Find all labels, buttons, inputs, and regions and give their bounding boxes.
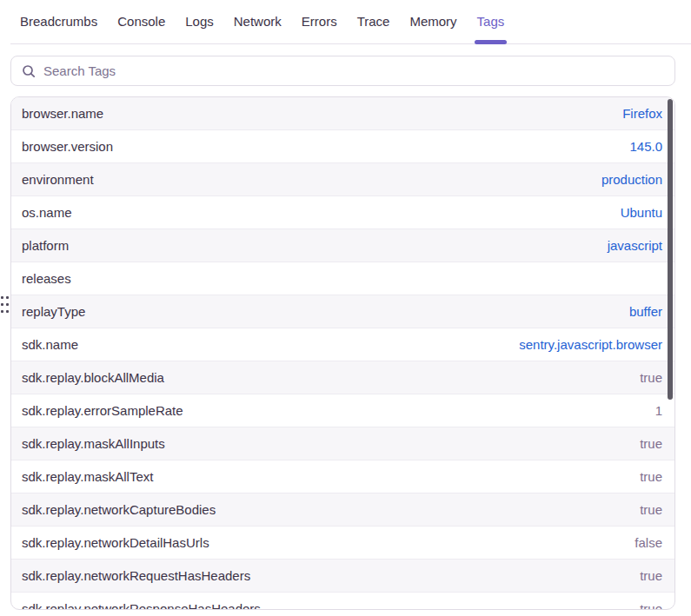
table-row: platformjavascript [11,229,674,262]
table-row: sdk.replay.errorSampleRate1 [11,394,674,427]
tag-value: false [635,535,662,550]
tag-key: sdk.name [22,337,78,352]
tags-table-rows: browser.nameFirefoxbrowser.version145.0e… [11,97,674,610]
tag-value: true [640,568,662,583]
tag-value: 1 [655,403,662,418]
tag-key: sdk.replay.networkResponseHasHeaders [22,601,261,610]
tag-key: environment [22,172,94,187]
grip-dots-icon [1,310,3,313]
table-row: sdk.replay.maskAllTexttrue [11,460,674,493]
tab-logs[interactable]: Logs [185,14,214,30]
tag-value: true [640,436,662,451]
tag-key: sdk.replay.networkRequestHasHeaders [22,568,250,583]
tag-value: true [640,370,662,385]
tab-errors[interactable]: Errors [302,14,337,30]
tag-key: sdk.replay.networkCaptureBodies [22,502,216,517]
grip-dots-icon [6,310,9,313]
tag-key: browser.name [22,106,103,121]
tag-value-link[interactable]: javascript [608,238,662,253]
tag-value-link[interactable]: sentry.javascript.browser [519,337,662,352]
tag-value-link[interactable]: Ubuntu [621,205,662,220]
tag-value: true [640,502,662,517]
table-row: sdk.namesentry.javascript.browser [11,328,674,361]
tab-breadcrumbs[interactable]: Breadcrumbs [20,14,97,30]
tag-value: true [640,601,662,610]
table-row: environmentproduction [11,163,674,196]
tab-network[interactable]: Network [234,14,282,30]
table-row: releases [11,262,674,295]
grip-dots-icon [6,296,9,299]
tag-key: replayType [22,304,85,319]
grip-dots-icon [1,296,3,299]
grip-dots-icon [6,303,9,306]
tag-key: sdk.replay.networkDetailHasUrls [22,535,209,550]
tags-table: browser.nameFirefoxbrowser.version145.0e… [10,96,675,610]
active-tab-indicator [475,40,508,44]
tab-tags[interactable]: Tags [477,14,505,30]
table-row: sdk.replay.blockAllMediatrue [11,361,674,394]
tag-key: sdk.replay.blockAllMedia [22,370,164,385]
tag-key: sdk.replay.maskAllText [22,469,153,484]
table-row: os.nameUbuntu [11,196,674,229]
search-input[interactable] [43,63,664,78]
tag-key: sdk.replay.errorSampleRate [22,403,183,418]
tag-value-link[interactable]: production [601,172,662,187]
tag-value-link[interactable]: Firefox [622,106,662,121]
table-row: sdk.replay.networkDetailHasUrlsfalse [11,527,674,560]
details-tab-bar: BreadcrumbsConsoleLogsNetworkErrorsTrace… [10,0,691,44]
search-bar [10,56,675,86]
tag-key: os.name [22,205,72,220]
tag-value-link[interactable]: 145.0 [629,139,662,154]
tag-key: platform [22,238,69,253]
grip-dots-icon [1,303,3,306]
table-row: sdk.replay.networkCaptureBodiestrue [11,493,674,527]
tag-key: sdk.replay.maskAllInputs [22,436,165,451]
tag-key: releases [22,271,71,286]
table-row: sdk.replay.maskAllInputstrue [11,427,674,460]
tag-key: browser.version [22,139,113,154]
tab-trace[interactable]: Trace [357,14,390,30]
table-row: sdk.replay.networkResponseHasHeaderstrue [11,593,674,610]
table-row: browser.version145.0 [11,130,674,163]
tab-console[interactable]: Console [117,14,165,30]
table-row: sdk.replay.networkRequestHasHeaderstrue [11,560,674,593]
table-row: replayTypebuffer [11,295,674,328]
search-icon [22,64,36,78]
scrollbar-thumb[interactable] [668,99,673,400]
panel-resize-handle[interactable] [1,296,9,313]
tab-memory[interactable]: Memory [409,14,456,30]
tag-value-link[interactable]: buffer [629,304,662,319]
table-row: browser.nameFirefox [11,97,674,130]
tag-value: true [640,469,662,484]
